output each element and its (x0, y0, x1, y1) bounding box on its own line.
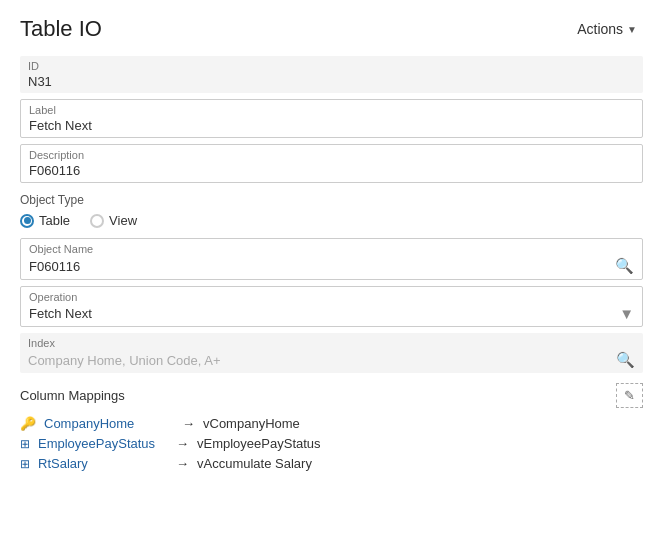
description-field[interactable]: Description F060116 (20, 144, 643, 183)
mapping-target: vCompanyHome (203, 416, 300, 431)
id-field: ID N31 (20, 56, 643, 93)
label-field[interactable]: Label Fetch Next (20, 99, 643, 138)
label-label: Label (29, 104, 634, 116)
index-placeholder: Company Home, Union Code, A+ (28, 353, 221, 368)
index-row: Company Home, Union Code, A+ 🔍 (28, 351, 635, 369)
column-mappings-section: Column Mappings ✎ 🔑 CompanyHome → vCompa… (20, 383, 643, 471)
object-type-section: Object Type Table View (20, 189, 643, 232)
id-label: ID (28, 60, 635, 72)
dropdown-icon[interactable]: ▼ (619, 305, 634, 322)
object-name-row: F060116 🔍 (29, 257, 634, 275)
mapping-row: ⊞ RtSalary → vAccumulate Salary (20, 456, 643, 471)
mapping-target: vEmployeePayStatus (197, 436, 321, 451)
radio-table-label: Table (39, 213, 70, 228)
page-title: Table IO (20, 16, 102, 42)
edit-button[interactable]: ✎ (616, 383, 643, 408)
search-icon[interactable]: 🔍 (615, 257, 634, 275)
label-value: Fetch Next (29, 118, 634, 133)
arrow-icon: → (182, 416, 195, 431)
description-label: Description (29, 149, 634, 161)
arrow-icon: → (176, 456, 189, 471)
arrow-icon: → (176, 436, 189, 451)
main-container: Table IO Actions ▼ ID N31 Label Fetch Ne… (0, 0, 663, 492)
object-type-label: Object Type (20, 193, 643, 207)
mapping-target: vAccumulate Salary (197, 456, 312, 471)
radio-table[interactable]: Table (20, 213, 70, 228)
chevron-down-icon: ▼ (627, 24, 637, 35)
mapping-source: EmployeePayStatus (38, 436, 168, 451)
actions-button[interactable]: Actions ▼ (571, 17, 643, 41)
id-value: N31 (28, 74, 635, 89)
object-name-field[interactable]: Object Name F060116 🔍 (20, 238, 643, 280)
operation-field[interactable]: Operation Fetch Next ▼ (20, 286, 643, 327)
operation-row: Fetch Next ▼ (29, 305, 634, 322)
operation-value: Fetch Next (29, 306, 92, 321)
object-name-label: Object Name (29, 243, 634, 255)
mapping-source: CompanyHome (44, 416, 174, 431)
index-label: Index (28, 337, 635, 349)
radio-group: Table View (20, 213, 643, 228)
index-field[interactable]: Index Company Home, Union Code, A+ 🔍 (20, 333, 643, 373)
column-mappings-header: Column Mappings ✎ (20, 383, 643, 408)
radio-table-circle[interactable] (20, 214, 34, 228)
radio-view[interactable]: View (90, 213, 137, 228)
mapping-source: RtSalary (38, 456, 168, 471)
edit-icon: ✎ (624, 388, 635, 403)
mapping-row: 🔑 CompanyHome → vCompanyHome (20, 416, 643, 431)
index-search-icon[interactable]: 🔍 (616, 351, 635, 369)
operation-label: Operation (29, 291, 634, 303)
key-icon: 🔑 (20, 416, 36, 431)
description-value: F060116 (29, 163, 634, 178)
table-icon: ⊞ (20, 457, 30, 471)
header: Table IO Actions ▼ (20, 16, 643, 42)
actions-label: Actions (577, 21, 623, 37)
mapping-row: ⊞ EmployeePayStatus → vEmployeePayStatus (20, 436, 643, 451)
table-icon: ⊞ (20, 437, 30, 451)
object-name-value: F060116 (29, 259, 80, 274)
radio-view-circle[interactable] (90, 214, 104, 228)
radio-view-label: View (109, 213, 137, 228)
column-mappings-title: Column Mappings (20, 388, 125, 403)
